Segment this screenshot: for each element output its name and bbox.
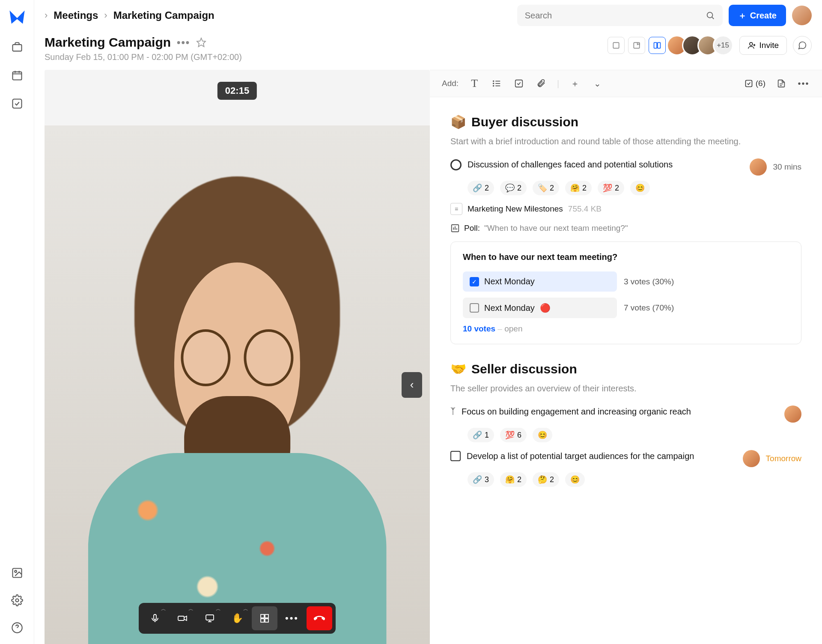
poll-total-votes[interactable]: 10 votes [463,324,495,333]
app-logo[interactable] [8,8,27,27]
image-icon[interactable] [9,565,25,581]
item-text: Discussion of challenges faced and poten… [468,158,744,170]
list-tool-icon[interactable] [490,77,503,90]
view-split-icon[interactable] [649,37,666,54]
screen-share-button[interactable]: ︿ [197,606,223,630]
checkbox-icon[interactable] [9,96,25,111]
poll-result: 3 votes (30%) [624,277,674,286]
attachment-tool-icon[interactable] [535,77,548,90]
breadcrumb-level2[interactable]: Marketing Campaign [113,9,214,21]
view-single-icon[interactable] [608,37,625,54]
raise-hand-button[interactable]: ︿✋ [224,606,250,630]
document-icon[interactable] [775,77,788,90]
reaction-pill[interactable]: 💬2 [500,181,527,195]
svg-rect-14 [154,614,156,620]
view-note-icon[interactable] [628,37,645,54]
svg-rect-10 [634,42,639,48]
more-menu-icon[interactable]: ••• [797,77,810,90]
reaction-pill[interactable]: 🤔2 [533,472,559,487]
section-title: 📦 Buyer discussion [450,114,801,129]
add-label: Add: [442,79,459,88]
profile-avatar[interactable] [792,6,812,25]
task-counter[interactable]: (6) [745,79,765,88]
poll-option[interactable]: ✓ Next Monday 3 votes (30%) [463,271,789,292]
item-text: Develop a list of potential target audie… [467,450,737,462]
mic-button[interactable]: ︿ [142,606,168,630]
reaction-pill[interactable]: 🏷️2 [533,181,559,195]
settings-icon[interactable] [9,593,25,608]
layout-grid-button[interactable] [252,606,277,630]
briefcase-icon[interactable] [9,39,25,55]
task-tool-icon[interactable] [512,77,525,90]
svg-rect-16 [206,615,214,620]
page-title: Marketing Campaign [45,35,171,50]
meeting-time: Sunday Feb 15, 01:00 PM - 02:00 PM (GMT+… [45,52,242,62]
search-box[interactable] [517,5,723,26]
reaction-pill[interactable]: 😊 [565,472,585,487]
assignee-avatar[interactable] [784,405,801,423]
end-call-button[interactable] [307,606,332,630]
attachment-row[interactable]: ≡ Marketing New Milestones 755.4 KB [450,203,801,215]
svg-rect-11 [654,42,657,48]
square-checkbox-icon[interactable] [450,451,461,461]
star-icon[interactable] [196,37,206,48]
more-icon[interactable]: ••• [177,36,190,48]
search-input[interactable] [525,11,706,21]
circle-checkbox-icon[interactable] [450,159,462,170]
notes-toolbar: Add: T | ＋ ⌄ (6) ••• [430,70,822,97]
plus-icon: ＋ [738,10,747,21]
reaction-pill[interactable]: 🔗2 [468,181,494,195]
assignee-avatar[interactable] [743,450,760,467]
svg-point-7 [707,12,712,18]
agenda-item[interactable]: ᛉ Focus on building engagement and incre… [450,405,801,423]
svg-point-22 [493,83,494,84]
search-icon[interactable] [706,11,715,20]
file-icon: ≡ [450,203,462,215]
chevron-down-icon[interactable]: ⌄ [591,77,604,90]
agenda-item[interactable]: Develop a list of potential target audie… [450,450,801,467]
checkbox-checked-icon[interactable]: ✓ [470,277,479,286]
create-button[interactable]: ＋ Create [729,5,786,26]
call-controls: ︿ ︿ ︿ ︿✋ ••• [139,603,336,634]
reaction-pill[interactable]: 😊 [630,181,650,195]
due-date: Tomorrow [766,454,801,463]
reactions-row: 🔗3🤗2🤔2😊 [468,472,801,487]
chat-button[interactable] [793,36,812,55]
item-duration: 30 mins [773,162,801,172]
poll-result: 7 votes (70%) [624,303,674,313]
poll-option[interactable]: Next Monday 🔴 7 votes (70%) [463,298,789,318]
svg-rect-19 [261,619,264,622]
more-options-button[interactable]: ••• [279,606,305,630]
reaction-pill[interactable]: 😊 [533,428,552,442]
agenda-item[interactable]: Discussion of challenges faced and poten… [450,158,801,176]
camera-button[interactable]: ︿ [170,606,195,630]
assignee-avatar[interactable] [750,158,767,176]
checkbox-icon[interactable] [470,303,479,313]
reaction-pill[interactable]: 🔗3 [468,472,494,487]
file-name: Marketing New Milestones [468,204,563,214]
reaction-pill[interactable]: 🤗2 [500,472,527,487]
svg-rect-9 [613,42,619,48]
reaction-pill[interactable]: 🤗2 [565,181,592,195]
svg-rect-0 [12,45,21,51]
invite-button[interactable]: Invite [739,36,787,55]
text-tool-icon[interactable]: T [468,77,481,90]
poll-intro-row[interactable]: Poll: "When to have our next team meetin… [450,224,801,233]
breadcrumb-level1[interactable]: Meetings [54,9,98,21]
video-frame: ‹ [45,125,430,644]
branch-icon: ᛉ [450,406,456,416]
reaction-pill[interactable]: 💯6 [500,428,527,442]
svg-point-5 [15,599,18,602]
svg-rect-15 [178,616,184,620]
collapse-arrow-icon[interactable]: ‹ [402,372,422,398]
section-desc: The seller provides an overview of their… [450,382,801,394]
calendar-icon[interactable] [9,68,25,83]
reaction-pill[interactable]: 💯2 [598,181,624,195]
help-icon[interactable] [9,620,25,635]
reaction-pill[interactable]: 🔗1 [468,428,494,442]
svg-rect-12 [657,42,660,48]
chevron-right-icon: › [45,10,48,21]
svg-rect-27 [515,80,523,87]
more-participants[interactable]: +15 [713,35,733,56]
add-more-icon[interactable]: ＋ [569,77,581,90]
